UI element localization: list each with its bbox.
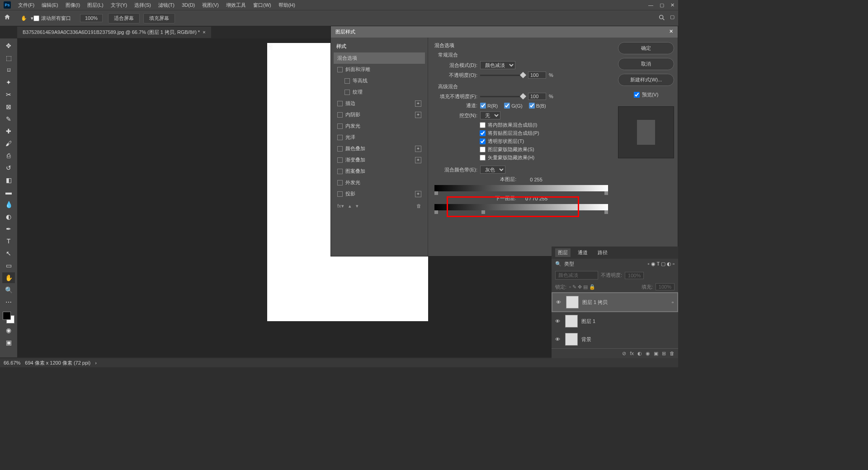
trash-icon[interactable]: 🗑: [416, 203, 421, 209]
menu-plugins[interactable]: 增效工具: [222, 2, 250, 9]
menu-help[interactable]: 帮助(H): [275, 2, 299, 9]
style-item[interactable]: 斜面和浮雕: [334, 64, 425, 75]
scroll-all-checkbox[interactable]: 滚动所有窗口: [33, 15, 71, 22]
style-item[interactable]: 光泽: [334, 132, 425, 143]
visibility-icon[interactable]: 👁: [555, 318, 561, 324]
layers-tab[interactable]: 图层: [555, 248, 571, 257]
style-item[interactable]: 渐变叠加+: [334, 154, 425, 166]
history-brush-icon[interactable]: ↺: [2, 162, 15, 173]
checkbox-icon[interactable]: [337, 180, 343, 185]
menu-type[interactable]: 文字(Y): [107, 2, 131, 9]
checkbox-icon[interactable]: [337, 123, 343, 129]
filter-icons[interactable]: ▫ ◉ T ▢ ◐ ▫: [648, 261, 675, 267]
wand-tool-icon[interactable]: ✦: [2, 77, 15, 88]
checkbox-icon[interactable]: [344, 90, 350, 95]
layer-opacity-input[interactable]: 100%: [625, 272, 644, 279]
advanced-checkbox[interactable]: 透明形状图层(T): [480, 138, 608, 145]
style-item[interactable]: 外发光: [334, 177, 425, 188]
maximize-icon[interactable]: ▢: [660, 2, 664, 8]
preview-checkbox[interactable]: 预览(V): [618, 91, 674, 98]
menu-window[interactable]: 窗口(W): [250, 2, 275, 9]
channel-r-checkbox[interactable]: R(R): [480, 103, 498, 109]
checkbox-icon[interactable]: [337, 191, 343, 197]
dialog-titlebar[interactable]: 图层样式 ✕: [331, 26, 678, 38]
fill-opacity-input[interactable]: [528, 93, 546, 100]
checkbox-icon[interactable]: [337, 157, 343, 163]
channel-b-checkbox[interactable]: B(B): [529, 103, 546, 109]
menu-layer[interactable]: 图层(L): [84, 2, 107, 9]
move-tool-icon[interactable]: ✥: [2, 40, 15, 51]
layer-fill-input[interactable]: 100%: [656, 283, 675, 290]
style-item[interactable]: 颜色叠加+: [334, 143, 425, 154]
search-icon[interactable]: 🔍: [555, 261, 561, 267]
menu-select[interactable]: 选择(S): [131, 2, 155, 9]
healing-tool-icon[interactable]: ✚: [2, 126, 15, 137]
menu-file[interactable]: 文件(F): [14, 2, 38, 9]
layer-row[interactable]: 👁 图层 1 拷贝 ▫: [552, 292, 678, 312]
path-tool-icon[interactable]: ↖: [2, 248, 15, 259]
menu-view[interactable]: 视图(V): [198, 2, 222, 9]
style-item[interactable]: 内阴影+: [334, 109, 425, 120]
advanced-checkbox[interactable]: 矢量蒙版隐藏效果(H): [480, 154, 608, 161]
layer-row[interactable]: 👁 背景: [552, 330, 678, 348]
close-icon[interactable]: ✕: [670, 2, 675, 8]
plus-icon[interactable]: +: [415, 157, 421, 163]
blending-options-item[interactable]: 混合选项: [334, 52, 425, 64]
edit-toolbar-icon[interactable]: ⋯: [2, 297, 15, 308]
dodge-tool-icon[interactable]: ◐: [2, 211, 15, 222]
workspace-icon[interactable]: ▢: [670, 14, 675, 22]
tab-close-icon[interactable]: ×: [203, 29, 205, 35]
zoom-tool-icon[interactable]: 🔍: [2, 285, 15, 295]
style-item[interactable]: 等高线: [334, 75, 425, 86]
brush-tool-icon[interactable]: 🖌: [2, 138, 15, 149]
zoom-status[interactable]: 66.67%: [4, 360, 20, 366]
plus-icon[interactable]: +: [415, 146, 421, 152]
stamp-tool-icon[interactable]: ⎙: [2, 150, 15, 161]
gradient-tool-icon[interactable]: ▬: [2, 187, 15, 198]
checkbox-icon[interactable]: [344, 78, 350, 84]
plus-icon[interactable]: +: [415, 112, 421, 118]
adjustment-icon[interactable]: ◉: [646, 351, 650, 356]
channel-g-checkbox[interactable]: G(G): [504, 103, 522, 109]
layer-row[interactable]: 👁 图层 1: [552, 312, 678, 330]
opacity-slider[interactable]: [480, 75, 525, 76]
mask-icon[interactable]: ◐: [637, 351, 642, 356]
fill-screen-button[interactable]: 填充屏幕: [143, 13, 175, 24]
checkbox-icon[interactable]: [337, 146, 343, 152]
blend-mode-select[interactable]: 颜色减淡: [480, 61, 515, 69]
style-item[interactable]: 内发光: [334, 120, 425, 132]
new-style-button[interactable]: 新建样式(W)...: [618, 74, 674, 86]
blur-tool-icon[interactable]: 💧: [2, 199, 15, 210]
menu-3d[interactable]: 3D(D): [178, 2, 198, 8]
minimize-icon[interactable]: —: [648, 2, 653, 8]
checkbox-icon[interactable]: [337, 112, 343, 118]
document-tab[interactable]: B37528614E9A9A0C336A6D191B237589.jpg @ 6…: [17, 27, 211, 38]
screenmode-icon[interactable]: ▣: [2, 337, 15, 348]
paths-tab[interactable]: 路径: [595, 248, 610, 257]
new-layer-icon[interactable]: ⊞: [662, 351, 666, 356]
menu-filter[interactable]: 滤镜(T): [155, 2, 178, 9]
underlying-gradient[interactable]: [434, 204, 608, 210]
fill-opacity-slider[interactable]: [480, 96, 525, 97]
type-tool-icon[interactable]: T: [2, 236, 15, 247]
eraser-tool-icon[interactable]: ◧: [2, 175, 15, 185]
advanced-checkbox[interactable]: 将内部效果混合成组(I): [480, 122, 608, 128]
checkbox-icon[interactable]: [337, 101, 343, 106]
ok-button[interactable]: 确定: [618, 42, 674, 54]
channels-tab[interactable]: 通道: [575, 248, 590, 257]
fx-icon[interactable]: fx: [630, 351, 634, 356]
plus-icon[interactable]: +: [415, 191, 421, 197]
plus-icon[interactable]: +: [415, 100, 421, 107]
style-item[interactable]: 描边+: [334, 98, 425, 109]
shape-tool-icon[interactable]: ▭: [2, 260, 15, 271]
up-icon[interactable]: ▴: [349, 203, 351, 209]
style-item[interactable]: 投影+: [334, 188, 425, 199]
eyedropper-tool-icon[interactable]: ✎: [2, 114, 15, 124]
blend-if-select[interactable]: 灰色: [480, 166, 505, 174]
marquee-tool-icon[interactable]: ⬚: [2, 52, 15, 63]
this-layer-gradient[interactable]: [434, 185, 608, 191]
zoom-input[interactable]: 100%: [80, 14, 103, 22]
crop-tool-icon[interactable]: ✂: [2, 89, 15, 100]
pen-tool-icon[interactable]: ✒: [2, 223, 15, 234]
doc-dimensions[interactable]: 694 像素 x 1200 像素 (72 ppi): [25, 360, 90, 366]
